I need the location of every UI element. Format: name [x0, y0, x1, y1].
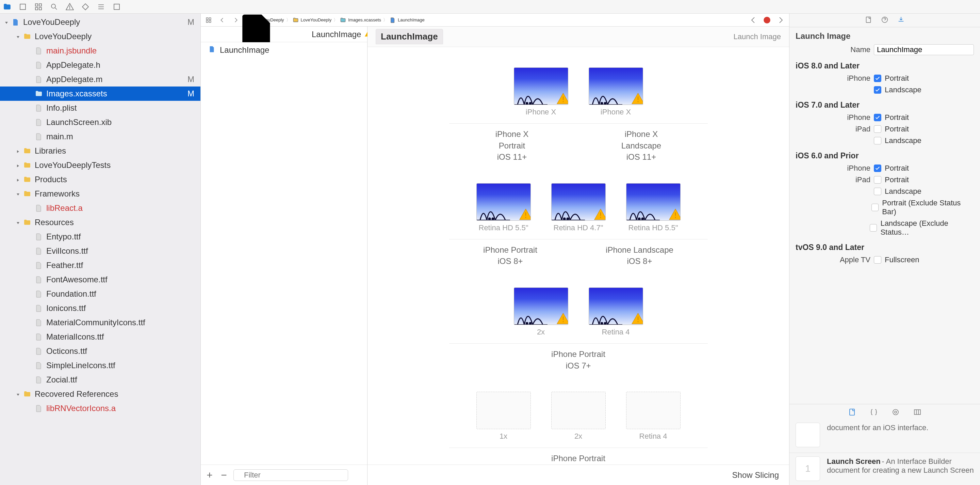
library-desc-2[interactable]: 1 Launch Screen - An Interface Builder d… — [789, 454, 980, 485]
nav-row[interactable]: Libraries — [0, 144, 200, 158]
warning-icon[interactable] — [65, 2, 74, 11]
nav-row[interactable]: Octicons.ttf — [0, 344, 200, 358]
checkbox[interactable] — [870, 224, 877, 231]
nav-row[interactable]: Recovered References — [0, 387, 200, 401]
nav-row[interactable]: MaterialCommunityIcons.ttf — [0, 315, 200, 330]
checkbox[interactable] — [874, 137, 881, 144]
disclosure-icon[interactable] — [16, 392, 20, 396]
asset-filter-input[interactable] — [234, 469, 348, 481]
checkbox[interactable] — [874, 256, 881, 263]
nav-row[interactable]: EvilIcons.ttf — [0, 244, 200, 258]
slot-caption: iPhone X — [526, 108, 556, 116]
remove-asset-button[interactable]: − — [219, 469, 229, 481]
image-slot[interactable]: 1x — [476, 392, 531, 441]
file-icon — [22, 160, 32, 170]
row-label: iPhone — [795, 164, 870, 173]
disclosure-icon[interactable] — [16, 163, 20, 167]
canvas-subtitle: Launch Image — [733, 32, 781, 41]
next-issue-icon[interactable] — [776, 16, 785, 24]
comment-icon[interactable] — [112, 2, 121, 11]
nav-row[interactable]: Info.plist — [0, 101, 200, 115]
inspector-download-icon[interactable] — [897, 16, 905, 24]
error-indicator-icon[interactable] — [762, 16, 772, 24]
nav-row[interactable]: AppDelegate.h — [0, 58, 200, 72]
nav-row[interactable]: Images.xcassetsM — [0, 86, 200, 101]
checkbox[interactable] — [874, 75, 881, 82]
library-media-tab-icon[interactable] — [913, 408, 921, 417]
disclosure-icon[interactable] — [16, 192, 20, 196]
nav-row[interactable]: libRNVectorIcons.a — [0, 401, 200, 415]
add-asset-button[interactable]: + — [205, 469, 215, 481]
image-slot[interactable]: 2x — [514, 287, 568, 337]
inspector-help-icon[interactable] — [881, 16, 888, 24]
checkbox[interactable] — [872, 204, 878, 211]
folder-nav-icon[interactable] — [3, 2, 11, 11]
inspector-section-header: tvOS 9.0 and Later — [789, 238, 980, 254]
image-slot[interactable]: Retina HD 5.5" — [476, 183, 531, 232]
disclosure-icon[interactable] — [16, 35, 20, 38]
file-icon — [22, 146, 32, 156]
inspector-title: Launch Image — [789, 27, 980, 43]
asset-list-item[interactable]: LaunchImage — [201, 42, 367, 58]
slot-group-label: iPhone XPortraitiOS 11+ — [495, 128, 528, 163]
checkbox[interactable] — [874, 86, 881, 94]
nav-row[interactable]: Foundation.ttf — [0, 287, 200, 301]
checkbox[interactable] — [874, 125, 881, 133]
nav-row[interactable]: Products — [0, 172, 200, 187]
nav-row[interactable]: LoveYouDeeplyTests — [0, 158, 200, 172]
slot-group-label: iPhone XLandscapeiOS 11+ — [621, 128, 661, 163]
nav-row[interactable]: AppDelegate.mM — [0, 72, 200, 86]
image-slot[interactable]: Retina 4 — [626, 392, 681, 441]
image-slot[interactable]: Retina HD 5.5" — [626, 183, 681, 232]
slot-caption: 2x — [574, 432, 582, 441]
disclosure-icon[interactable] — [16, 149, 20, 153]
nav-row[interactable]: LoveYouDeeply — [0, 29, 200, 44]
image-slot[interactable]: iPhone X — [589, 67, 643, 116]
search-icon[interactable] — [50, 2, 59, 11]
box-x-icon[interactable] — [18, 2, 27, 11]
nav-row[interactable]: main.m — [0, 129, 200, 144]
nav-row[interactable]: Resources — [0, 215, 200, 230]
disclosure-icon[interactable] — [5, 21, 8, 24]
prev-issue-icon[interactable] — [749, 16, 758, 24]
nav-row[interactable]: Zocial.ttf — [0, 373, 200, 387]
nav-row[interactable]: Ionicons.ttf — [0, 301, 200, 315]
library-code-tab-icon[interactable] — [870, 408, 878, 417]
nav-row[interactable]: main.jsbundle — [0, 44, 200, 58]
image-slot[interactable]: 2x — [551, 392, 606, 441]
breadcrumb-item[interactable]: LaunchImage — [390, 17, 425, 23]
library-file-tab-icon[interactable] — [848, 408, 856, 417]
inspector-checkbox-row: Landscape (Exclude Status… — [789, 218, 980, 238]
crumb-icon — [390, 17, 396, 23]
inspector-file-icon[interactable] — [865, 16, 872, 24]
nav-row[interactable]: libReact.a — [0, 201, 200, 215]
checkbox[interactable] — [874, 188, 881, 195]
checkbox[interactable] — [874, 114, 881, 121]
nav-row[interactable]: MaterialIcons.ttf — [0, 330, 200, 344]
hierarchy-icon[interactable] — [34, 2, 43, 11]
image-slot[interactable]: Retina HD 4.7" — [551, 183, 606, 232]
disclosure-icon[interactable] — [16, 178, 20, 181]
image-slot[interactable]: iPhone X — [514, 67, 568, 116]
library-object-tab-icon[interactable] — [891, 408, 900, 417]
lines-icon[interactable] — [97, 2, 105, 11]
checkbox[interactable] — [874, 164, 881, 172]
nav-row[interactable]: Frameworks — [0, 187, 200, 201]
diamond-icon[interactable] — [81, 2, 90, 11]
nav-row[interactable]: LaunchScreen.xib — [0, 115, 200, 129]
image-slot[interactable]: Retina 4 — [589, 287, 643, 337]
nav-row[interactable]: SimpleLineIcons.ttf — [0, 358, 200, 373]
slot-group-label: iPhone PortraitiOS 7+ — [449, 348, 708, 371]
disclosure-icon[interactable] — [16, 221, 20, 224]
inspector-checkbox-row: iPhone Portrait — [789, 112, 980, 123]
nav-row[interactable]: Entypo.ttf — [0, 230, 200, 244]
nav-row[interactable]: Feather.ttf — [0, 258, 200, 273]
nav-row[interactable]: FontAwesome.ttf — [0, 273, 200, 287]
checkbox[interactable] — [874, 176, 881, 183]
nav-row[interactable]: LoveYouDeeplyM — [0, 15, 200, 29]
breadcrumb-item[interactable]: Images.xcassets — [340, 17, 381, 23]
inspector-checkbox-row: Landscape — [789, 84, 980, 96]
show-slicing-button[interactable]: Show Slicing — [732, 471, 779, 480]
name-input[interactable] — [874, 44, 974, 55]
file-icon — [34, 132, 43, 141]
